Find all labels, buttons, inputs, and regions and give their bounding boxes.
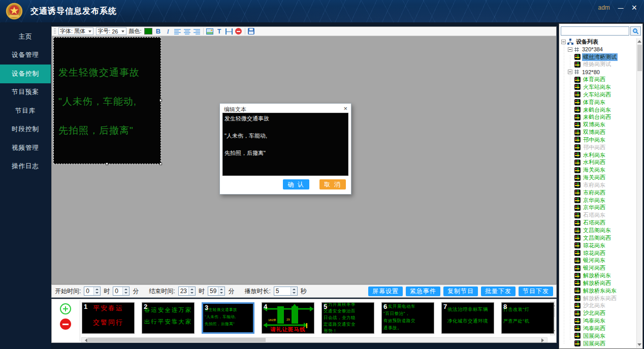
tree-expander-icon[interactable] [568,70,572,74]
scrollbar-thumb[interactable] [637,45,642,71]
device-tree-node[interactable]: 解放桥岗西 [560,279,636,287]
logged-in-user[interactable]: adm [598,4,610,11]
scroll-down-icon[interactable] [637,343,641,348]
align-left-icon[interactable] [174,28,181,35]
device-tree-node[interactable]: 水利岗西 [560,159,636,167]
sidebar-item[interactable]: 设备管理 [0,46,51,65]
duration-input[interactable]: 5 [274,287,298,296]
sidebar-item[interactable]: 视频管理 [0,139,51,157]
delete-item-icon[interactable] [235,28,242,35]
device-tree-node[interactable]: 沙北岗东 [560,302,636,310]
device-tree-node[interactable]: 鸿泰岗东 [560,317,636,325]
device-tree-node[interactable]: 来鹤台岗西 [560,113,636,121]
sidebar-item[interactable]: 操作日志 [0,157,51,176]
sidebar-item[interactable]: 节目库 [0,102,51,120]
save-icon[interactable] [248,28,254,35]
device-tree-node[interactable]: 解放桥东岗东 [560,287,636,295]
cancel-button[interactable]: 取 消 [319,179,346,189]
device-tree-node[interactable]: 石塔岗东 [560,211,636,219]
italic-icon[interactable]: I [165,27,172,35]
add-program-button[interactable] [60,303,71,314]
sidebar-item[interactable]: 节目预案 [0,83,51,102]
dialog-close-icon[interactable]: × [343,105,347,112]
device-search-input[interactable] [561,26,629,36]
align-center-icon[interactable] [184,28,190,35]
start-minute-input[interactable]: 0 [113,287,130,296]
device-tree-node[interactable]: 维扬岗测试 [560,61,636,69]
device-tree-node[interactable]: 琼花岗西 [560,249,636,257]
close-button[interactable]: × [631,4,637,12]
resize-handle-corner[interactable] [159,163,162,165]
sidebar-item[interactable]: 主页 [0,27,51,46]
device-tree-node[interactable]: 解放桥东岗西 [560,295,636,302]
device-tree-node[interactable]: 体育岗东 [560,99,636,106]
minimize-button[interactable]: ─ [618,4,624,12]
device-tree-node[interactable]: 来鹤台岗东 [560,106,636,114]
device-tree-node[interactable]: 邗中岗东 [560,136,636,144]
device-tree-node[interactable]: 火车站岗东 [560,83,636,91]
program-thumbnail[interactable]: 6扎实开展电动车"百日整治"，有效预防道路交通事故。 [381,302,434,334]
scroll-right-icon[interactable] [541,338,546,342]
device-tree-node[interactable]: 火车站岗西 [560,91,636,99]
device-tree-node[interactable]: 解放桥岗东 [560,272,636,279]
program-thumbnail[interactable]: 4182米29请礼让斑马线 [262,302,314,334]
device-tree-node[interactable]: 国展岗东 [560,332,636,340]
spinner[interactable] [188,287,195,295]
device-tree-node[interactable]: 体育岗西 [560,76,636,83]
program-thumbnail[interactable]: 5大力开展秋冬季交通安全整治百日会战，全力稳定道路交通安全形势！ [321,302,374,334]
device-tree-node[interactable]: 192*80 [560,68,636,76]
font-size-select[interactable]: 字号: 26 [96,27,126,35]
start-hour-input[interactable]: 0 [84,287,101,296]
device-tree-node[interactable]: 螺丝湾桥测试 [560,53,636,61]
color-swatch[interactable] [144,28,152,35]
insert-image-icon[interactable] [206,28,213,35]
device-tree-node[interactable]: 邗中岗西 [560,144,636,151]
device-tree-node[interactable]: 水利岗东 [560,151,636,159]
device-tree-node[interactable]: 双博岗西 [560,129,636,136]
device-tree-node[interactable]: 京华岗西 [560,204,636,212]
action-button[interactable]: 批量下发 [481,287,516,296]
insert-text-icon[interactable]: T [216,27,223,35]
action-button[interactable]: 屏幕设置 [368,287,403,296]
scroll-left-icon[interactable] [83,338,87,342]
action-button[interactable]: 节目下发 [519,287,553,296]
scroll-up-icon[interactable] [637,38,641,43]
program-thumbnail[interactable]: 2春运安全连万家出行平安靠大家 [142,302,195,334]
device-tree-node[interactable]: 市府岗东 [560,181,636,189]
action-button[interactable]: 紧急事件 [406,287,440,296]
font-family-select[interactable]: 字体: 黑体 [58,27,93,35]
scrollbar-thumb[interactable] [88,338,266,342]
device-tree-node[interactable]: 双博岗东 [560,121,636,129]
spinner[interactable] [218,287,224,295]
device-tree-node[interactable]: 海关岗西 [560,174,636,181]
tree-expander-icon[interactable] [561,40,566,44]
horizontal-scrollbar[interactable] [81,337,548,342]
action-button[interactable]: 复制节目 [443,287,478,296]
device-tree-node[interactable]: 海关岗东 [560,166,636,174]
search-button[interactable] [630,26,641,36]
device-tree-node[interactable]: 琼花岗东 [560,242,636,249]
sidebar-item[interactable]: 时段控制 [0,120,51,139]
marquee-icon[interactable] [226,28,233,35]
end-hour-input[interactable]: 23 [178,287,196,296]
confirm-button[interactable]: 确 认 [283,179,309,189]
program-thumbnail[interactable]: 3发生轻微交通事故"人未伤，车能动,先拍照，后撤离" [202,302,254,334]
align-right-icon[interactable] [194,28,200,35]
spinner[interactable] [122,287,129,295]
device-tree-node[interactable]: 320*384 [560,46,636,53]
remove-program-button[interactable] [60,319,71,330]
sidebar-item[interactable]: 设备控制 [0,65,51,83]
device-tree-node[interactable]: 银河岗西 [560,264,636,272]
device-tree-node[interactable]: 京华岗东 [560,197,636,204]
program-thumbnail[interactable]: 7依法治理非标车辆净化城市交通环境 [441,302,494,334]
spinner[interactable] [93,287,100,295]
bold-icon[interactable]: B [155,27,162,35]
device-tree-node[interactable]: 银河岗东 [560,257,636,264]
vertical-scrollbar[interactable] [636,38,642,348]
led-screen-preview[interactable]: 发生轻微交通事故"人未伤，车能动,先拍照，后撤离" [53,37,161,164]
device-tree-node[interactable]: 设备列表 [560,38,636,46]
device-tree-node[interactable]: 文昌阁岗东 [560,227,636,234]
resize-handle-right[interactable] [159,99,162,102]
device-tree-node[interactable]: 市府岗西 [560,189,636,197]
device-tree-node[interactable]: 沙北岗西 [560,309,636,317]
